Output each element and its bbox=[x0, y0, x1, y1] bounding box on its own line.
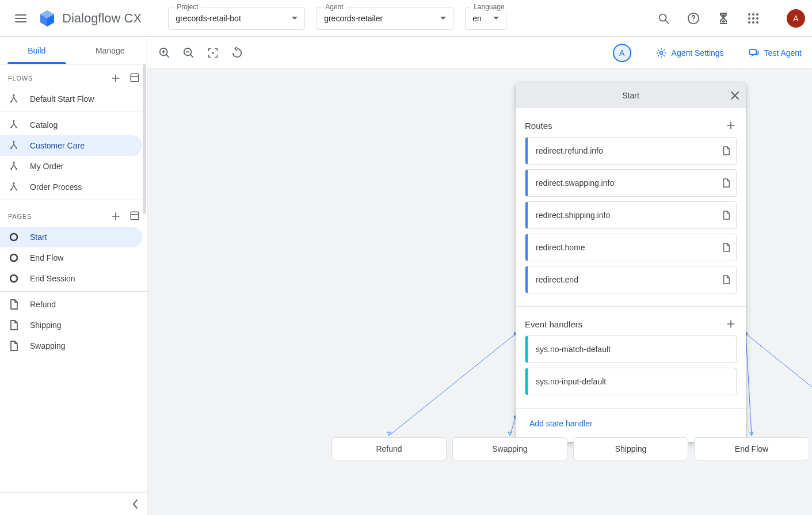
agent-avatar-button[interactable]: A bbox=[613, 44, 631, 62]
page-icon bbox=[8, 299, 20, 310]
svg-line-56 bbox=[746, 334, 812, 436]
pages-section-label: PAGES bbox=[8, 213, 32, 220]
language-selector-value: en bbox=[472, 14, 493, 23]
route-item[interactable]: redirect.shipping.info bbox=[525, 201, 737, 229]
agent-settings-button[interactable]: Agent Settings bbox=[655, 47, 724, 59]
svg-line-49 bbox=[389, 334, 516, 436]
flows-section-label: FLOWS bbox=[8, 75, 33, 82]
page-item-label: Start bbox=[30, 232, 47, 242]
route-label: redirect.end bbox=[528, 275, 722, 284]
flows-view-icon[interactable] bbox=[129, 73, 140, 84]
sidebar: Build Manage FLOWS Default Start Flow Ca… bbox=[0, 37, 147, 515]
hourglass-icon[interactable] bbox=[716, 12, 730, 25]
page-item-swapping[interactable]: Swapping bbox=[0, 335, 142, 356]
add-flow-icon[interactable] bbox=[110, 73, 121, 84]
flow-item-default-start[interactable]: Default Start Flow bbox=[0, 89, 142, 109]
flow-item-label: Order Process bbox=[30, 182, 82, 192]
route-item[interactable]: redirect.refund.info bbox=[525, 137, 737, 165]
reset-icon[interactable] bbox=[230, 46, 244, 60]
event-handler-item[interactable]: sys.no-match-default bbox=[525, 335, 737, 363]
language-selector[interactable]: Language en bbox=[465, 7, 506, 30]
flow-item-customer-care[interactable]: Customer Care bbox=[0, 135, 142, 156]
svg-point-15 bbox=[756, 21, 758, 24]
page-item-start[interactable]: Start bbox=[0, 227, 142, 247]
brand-text: Dialogflow CX bbox=[62, 11, 142, 26]
add-route-icon[interactable] bbox=[725, 120, 737, 131]
add-event-icon[interactable] bbox=[725, 318, 737, 330]
avatar[interactable]: A bbox=[787, 9, 805, 28]
test-agent-button[interactable]: Test Agent bbox=[748, 47, 802, 59]
page-item-label: Swapping bbox=[30, 341, 66, 350]
svg-point-6 bbox=[693, 20, 694, 21]
svg-point-9 bbox=[756, 13, 758, 16]
route-item[interactable]: redirect.swapping.info bbox=[525, 169, 737, 197]
flow-icon bbox=[8, 119, 20, 131]
event-handler-item[interactable]: sys.no-input-default bbox=[525, 368, 737, 395]
fit-view-icon[interactable] bbox=[206, 46, 220, 60]
logo-icon bbox=[38, 9, 56, 28]
svg-point-28 bbox=[10, 168, 12, 170]
flow-item-label: My Order bbox=[30, 162, 63, 171]
flow-icon bbox=[8, 161, 20, 172]
svg-point-13 bbox=[748, 21, 750, 24]
tab-build[interactable]: Build bbox=[0, 37, 74, 64]
svg-point-31 bbox=[10, 189, 12, 190]
canvas-toolbar: A Agent Settings Test Agent bbox=[147, 37, 812, 69]
test-agent-label: Test Agent bbox=[764, 48, 802, 58]
flow-item-order-process[interactable]: Order Process bbox=[0, 177, 142, 197]
start-page-card[interactable]: Start Routes redirect.refund.info redire… bbox=[516, 83, 746, 442]
route-label: redirect.shipping.info bbox=[528, 211, 722, 220]
sidebar-collapse-button[interactable] bbox=[0, 492, 147, 515]
card-title: Start bbox=[622, 91, 639, 100]
flow-icon bbox=[8, 140, 20, 151]
add-page-icon[interactable] bbox=[110, 211, 121, 222]
project-selector[interactable]: Project grecords-retail-bot bbox=[168, 7, 305, 30]
search-icon[interactable] bbox=[657, 12, 670, 25]
dropdown-icon bbox=[440, 17, 446, 20]
svg-point-36 bbox=[10, 254, 17, 261]
svg-point-22 bbox=[10, 127, 12, 128]
route-label: redirect.home bbox=[528, 243, 722, 252]
svg-point-19 bbox=[10, 101, 12, 102]
svg-point-18 bbox=[13, 94, 15, 96]
agent-selector[interactable]: Agent grecords-retailer bbox=[317, 7, 453, 30]
zoom-in-icon[interactable] bbox=[158, 46, 171, 60]
header: Dialogflow CX Project grecords-retail-bo… bbox=[0, 0, 812, 37]
flow-item-catalog[interactable]: Catalog bbox=[0, 115, 142, 135]
page-node-swapping[interactable]: Swapping bbox=[452, 437, 567, 460]
svg-point-32 bbox=[16, 189, 17, 190]
flow-icon bbox=[8, 181, 20, 193]
page-node-shipping[interactable]: Shipping bbox=[573, 437, 688, 460]
tab-manage[interactable]: Manage bbox=[74, 37, 147, 64]
flow-item-label: Customer Care bbox=[30, 141, 85, 150]
flow-item-my-order[interactable]: My Order bbox=[0, 156, 142, 177]
close-icon[interactable] bbox=[730, 90, 740, 101]
circle-icon bbox=[8, 231, 20, 243]
apps-icon[interactable] bbox=[746, 12, 760, 25]
flow-item-label: Default Start Flow bbox=[30, 94, 94, 104]
help-icon[interactable] bbox=[687, 12, 700, 25]
page-item-label: End Session bbox=[30, 274, 75, 283]
page-item-end-session[interactable]: End Session bbox=[0, 268, 142, 289]
routes-section-title: Routes bbox=[525, 121, 552, 131]
page-node-end-flow[interactable]: End Flow bbox=[694, 437, 809, 460]
dropdown-icon bbox=[493, 17, 499, 20]
svg-point-3 bbox=[659, 14, 666, 21]
svg-line-43 bbox=[190, 54, 193, 57]
page-item-shipping[interactable]: Shipping bbox=[0, 315, 142, 335]
zoom-out-icon[interactable] bbox=[182, 46, 196, 60]
card-header[interactable]: Start bbox=[516, 83, 746, 108]
sidebar-scrollbar[interactable] bbox=[142, 64, 147, 492]
page-item-end-flow[interactable]: End Flow bbox=[0, 247, 142, 268]
pages-view-icon[interactable] bbox=[129, 211, 140, 222]
page-item-refund[interactable]: Refund bbox=[0, 294, 142, 315]
page-node-refund[interactable]: Refund bbox=[331, 437, 447, 460]
canvas-area: A Agent Settings Test Agent bbox=[147, 37, 812, 515]
route-item[interactable]: redirect.end bbox=[525, 266, 737, 293]
menu-button[interactable] bbox=[7, 5, 35, 32]
flow-canvas[interactable]: Start Routes redirect.refund.info redire… bbox=[147, 69, 812, 515]
svg-point-14 bbox=[752, 21, 754, 24]
route-item[interactable]: redirect.home bbox=[525, 234, 737, 261]
event-label: sys.no-input-default bbox=[528, 377, 730, 386]
svg-rect-33 bbox=[131, 212, 139, 220]
